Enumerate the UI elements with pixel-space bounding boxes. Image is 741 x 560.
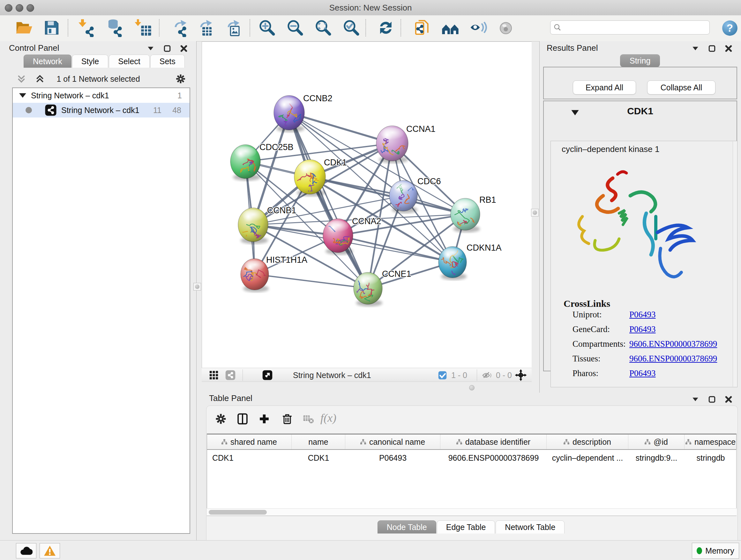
network-row-selected[interactable]: String Network – cdk1 11 48 — [13, 103, 190, 118]
open-session-button[interactable] — [14, 18, 33, 37]
column-header-canonical-name[interactable]: canonical name — [345, 435, 441, 449]
tab-sets[interactable]: Sets — [150, 55, 185, 68]
save-session-button[interactable] — [43, 18, 61, 37]
table-panel-title: Table Panel — [209, 393, 253, 403]
node-CCNB1[interactable]: CCNB1 — [238, 206, 296, 244]
cell-canonical-name[interactable]: P06493 — [345, 452, 441, 464]
crosslink-link[interactable]: P06493 — [629, 368, 656, 378]
selected-nodes-checkbox-icon[interactable] — [438, 371, 447, 380]
collapse-panel-icon[interactable] — [691, 395, 699, 403]
network-view-canvas[interactable]: CCNB2 CCNA1 CDC25B CDK1 CDC6 R — [202, 42, 532, 368]
table-horizontal-scrollbar[interactable] — [207, 508, 737, 516]
crosslink-link[interactable]: 9606.ENSP00000378699 — [629, 354, 717, 364]
birds-eye-view-button[interactable] — [496, 18, 515, 37]
zoom-in-button[interactable] — [258, 18, 276, 37]
cell-name[interactable]: CDK1 — [292, 452, 345, 464]
expand-all-icon[interactable] — [35, 74, 45, 84]
node-CDK1[interactable]: CDK1 — [294, 158, 347, 196]
new-network-from-selection-button[interactable] — [413, 18, 432, 37]
right-splitter-handle[interactable] — [531, 209, 539, 216]
node-CCNB2[interactable]: CCNB2 — [274, 94, 333, 132]
node-HIST1H1A[interactable]: HIST1H1A — [238, 255, 307, 292]
network-options-gear-icon[interactable] — [175, 73, 186, 84]
expand-collection-icon[interactable] — [19, 93, 26, 98]
panel-splitter[interactable] — [532, 42, 539, 368]
cell-shared-name[interactable]: CDK1 — [212, 452, 292, 464]
import-network-from-database-button[interactable] — [106, 18, 125, 37]
delete-column-icon[interactable] — [281, 413, 293, 425]
splitter-grip[interactable] — [469, 385, 475, 390]
collapse-all-icon[interactable] — [17, 74, 26, 84]
tab-style[interactable]: Style — [72, 55, 109, 68]
network-view-mode-icon[interactable] — [225, 369, 236, 381]
node-CCNE1[interactable]: CCNE1 — [351, 269, 411, 307]
cell-database-identifier[interactable]: 9606.ENSP00000378699 — [441, 452, 547, 464]
scrollbar-thumb[interactable] — [209, 510, 267, 515]
column-header--id[interactable]: @id — [628, 435, 684, 449]
cell-namespace[interactable]: stringdb — [684, 452, 737, 464]
node-CCNA2[interactable]: CCNA2 — [323, 216, 381, 255]
refresh-view-button[interactable] — [377, 18, 395, 37]
tab-node-table[interactable]: Node Table — [378, 520, 436, 534]
close-panel-icon[interactable] — [724, 395, 733, 403]
column-label: database identifier — [465, 437, 530, 447]
results-scrollbar-track[interactable] — [733, 141, 737, 387]
tab-network-table[interactable]: Network Table — [495, 520, 564, 534]
string-network-graph[interactable]: CCNB2 CCNA1 CDC25B CDK1 CDC6 R — [202, 42, 532, 368]
first-neighbors-button[interactable] — [441, 18, 460, 37]
crosslink-link[interactable]: P06493 — [629, 324, 656, 334]
float-panel-icon[interactable] — [163, 44, 172, 53]
network-collection-row[interactable]: String Network – cdk1 1 — [13, 88, 190, 103]
collapse-panel-icon[interactable] — [691, 44, 699, 53]
node-RB1[interactable]: RB1 — [451, 195, 496, 233]
column-header-name[interactable]: name — [292, 435, 345, 449]
horizontal-splitter[interactable] — [202, 382, 539, 393]
import-table-from-file-button[interactable] — [134, 18, 152, 37]
column-header-database-identifier[interactable]: database identifier — [441, 435, 547, 449]
collapse-all-button[interactable]: Collapse All — [647, 80, 716, 95]
node-details: cyclin–dependent kinase 1 — [550, 141, 738, 387]
tab-select[interactable]: Select — [109, 55, 149, 68]
node-table[interactable]: shared namenamecanonical namedatabase id… — [207, 434, 737, 516]
crosslink-link[interactable]: 9606.ENSP00000378699 — [629, 339, 717, 349]
memory-button[interactable]: Memory — [692, 543, 739, 559]
node-CDC6[interactable]: CDC6 — [389, 177, 441, 213]
float-panel-icon[interactable] — [708, 44, 716, 53]
zoom-fit-content-button[interactable] — [314, 18, 333, 37]
left-splitter-handle[interactable] — [193, 283, 201, 291]
show-columns-icon[interactable] — [236, 413, 249, 425]
help-button[interactable]: ? — [721, 19, 738, 37]
table-options-gear-icon[interactable] — [214, 413, 227, 425]
collapse-panel-icon[interactable] — [146, 44, 155, 53]
show-hide-graphics-details-button[interactable] — [469, 18, 487, 37]
export-image-button[interactable] — [223, 18, 242, 37]
tab-network[interactable]: Network — [23, 55, 71, 68]
cell--id[interactable]: stringdb:9... — [628, 452, 684, 464]
close-panel-icon[interactable] — [180, 44, 188, 53]
pan-crosshair-icon[interactable] — [515, 369, 527, 381]
grid-view-icon[interactable] — [208, 369, 219, 381]
search-input[interactable] — [564, 23, 706, 32]
tab-string[interactable]: String — [620, 54, 660, 67]
column-header-shared-name[interactable]: shared name — [207, 435, 292, 449]
import-network-from-file-button[interactable] — [78, 18, 96, 37]
cell-description[interactable]: cyclin–dependent ... — [547, 452, 628, 464]
node-CDKN1A[interactable]: CDKN1A — [439, 243, 502, 280]
export-table-button[interactable] — [196, 18, 214, 37]
close-panel-icon[interactable] — [724, 44, 733, 53]
column-header-description[interactable]: description — [547, 435, 628, 449]
edge-CDK1-RB1[interactable] — [310, 177, 465, 214]
zoom-out-button[interactable] — [286, 18, 305, 37]
crosslink-link[interactable]: P06493 — [629, 310, 656, 320]
column-header-namespace[interactable]: namespace — [684, 435, 737, 449]
detach-view-icon[interactable] — [262, 369, 273, 381]
add-column-icon[interactable] — [258, 413, 271, 425]
tab-edge-table[interactable]: Edge Table — [437, 520, 495, 534]
float-panel-icon[interactable] — [708, 395, 716, 403]
expand-all-button[interactable]: Expand All — [573, 80, 636, 95]
warnings-button[interactable] — [40, 543, 60, 558]
export-network-button[interactable] — [171, 18, 189, 37]
zoom-selected-region-button[interactable] — [342, 18, 360, 37]
edge-HIST1H1A-CCNE1[interactable] — [255, 274, 368, 288]
cloud-status-button[interactable] — [16, 543, 37, 558]
